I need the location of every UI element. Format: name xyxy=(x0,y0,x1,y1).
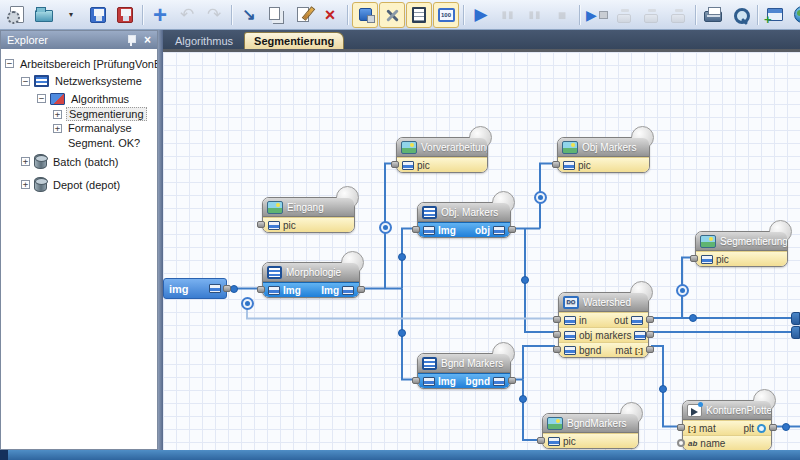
tree-item-label: Segmentierung xyxy=(66,107,147,121)
redo-icon: ↷ xyxy=(207,6,221,23)
expander-icon[interactable]: + xyxy=(21,180,30,189)
node-row[interactable]: Imgbgnd xyxy=(418,373,510,388)
node-row[interactable]: Imgobj xyxy=(418,222,510,237)
wire-to-watershed-obj[interactable] xyxy=(525,229,555,333)
add-button[interactable]: + xyxy=(147,2,173,28)
input-port[interactable] xyxy=(553,346,561,353)
input-port[interactable] xyxy=(553,316,561,323)
output-port[interactable] xyxy=(646,331,654,338)
input-port[interactable] xyxy=(257,286,265,293)
expander-icon[interactable]: + xyxy=(53,124,62,133)
tree-item-arbeitsbereich[interactable]: −Arbeitsbereich [PrüfungVonBieget xyxy=(1,55,157,72)
output-port[interactable] xyxy=(769,424,777,431)
tree-item-algorithmus[interactable]: −Algorithmus xyxy=(1,90,157,107)
output-port[interactable] xyxy=(357,286,365,293)
image-row-icon xyxy=(631,316,643,325)
image-row-icon xyxy=(268,221,280,230)
output-port[interactable] xyxy=(508,226,516,233)
input-port[interactable] xyxy=(690,255,698,262)
node-row[interactable]: inout xyxy=(559,312,648,327)
node-row[interactable]: [:]matplt xyxy=(683,420,771,435)
node-row[interactable]: objmarkers xyxy=(559,327,648,342)
toolbar-separator xyxy=(757,5,758,25)
node-row[interactable]: pic xyxy=(397,157,487,172)
open-input-port[interactable] xyxy=(677,439,685,447)
expander-icon[interactable]: − xyxy=(5,59,14,68)
row-input-label: bgnd xyxy=(579,345,601,356)
expander-icon[interactable]: − xyxy=(37,94,46,103)
input-port[interactable] xyxy=(537,437,545,444)
tab-algorithmus[interactable]: Algorithmus xyxy=(166,33,242,49)
tools-icon xyxy=(383,6,401,24)
wire-to-watershed-bgnd[interactable] xyxy=(523,346,555,380)
node-row[interactable]: ImgImg xyxy=(263,282,359,297)
input-port[interactable] xyxy=(677,424,685,431)
node-vorverarbeitung[interactable]: Vorverarbeitungpic xyxy=(396,137,488,173)
tree-item-depot[interactable]: +Depot (depot) xyxy=(1,173,157,196)
tree-item-segment-ok[interactable]: Segment. OK? xyxy=(1,135,157,150)
toggle-dll-button[interactable]: 100 xyxy=(433,2,459,28)
close-icon[interactable]: × xyxy=(142,33,153,47)
toggle-properties-button[interactable] xyxy=(406,2,432,28)
open-button[interactable] xyxy=(31,2,57,28)
node-bgndmarkers-bottom[interactable]: BgndMarkerspic xyxy=(542,413,639,449)
save-button[interactable] xyxy=(85,2,111,28)
tree-item-netzwerksysteme[interactable]: −Netzwerksysteme xyxy=(1,72,157,90)
node-watershed[interactable]: DOWatershedinoutobjmarkersbgndmat[:] xyxy=(558,292,649,358)
node-row[interactable]: pic xyxy=(543,433,638,448)
node-row[interactable]: pic xyxy=(558,157,649,172)
save-as-button[interactable] xyxy=(112,2,138,28)
print-button[interactable] xyxy=(700,2,726,28)
run-button[interactable]: ▶ xyxy=(468,2,494,28)
new-window-button[interactable] xyxy=(762,2,788,28)
new-button[interactable] xyxy=(4,2,30,28)
input-port[interactable] xyxy=(412,226,420,233)
tree-item-batch[interactable]: +Batch (batch) xyxy=(1,150,157,173)
input-port[interactable] xyxy=(412,377,420,384)
new-file-icon xyxy=(10,6,24,23)
node-bgnd-markers[interactable]: Bgnd MarkersImgbgnd xyxy=(417,353,511,389)
output-port[interactable] xyxy=(646,346,654,353)
pin-icon[interactable] xyxy=(126,34,136,46)
node-konturenplotten[interactable]: KonturenPlotten[:]matpltabname xyxy=(682,400,772,450)
row-input-label: Img xyxy=(438,376,456,387)
row-input-label: pic xyxy=(578,160,591,171)
node-row[interactable]: bgndmat[:] xyxy=(559,342,648,357)
expander-icon[interactable]: + xyxy=(53,110,62,119)
img-input-tag[interactable]: img xyxy=(163,278,227,299)
expander-icon[interactable]: − xyxy=(21,77,30,86)
expander-icon[interactable]: + xyxy=(21,157,30,166)
input-port[interactable] xyxy=(391,161,399,168)
image-row-icon xyxy=(423,226,435,235)
run-to-button[interactable]: ▶ xyxy=(584,2,610,28)
output-port[interactable] xyxy=(508,377,516,384)
input-port[interactable] xyxy=(552,161,560,168)
input-port[interactable] xyxy=(257,221,265,228)
toggle-structure-button[interactable] xyxy=(352,2,378,28)
output-port[interactable] xyxy=(646,316,654,323)
input-port[interactable] xyxy=(553,331,561,338)
node-obj-markers[interactable]: Obj. MarkersImgobj xyxy=(417,202,511,238)
insert-button[interactable]: ↘ xyxy=(236,2,262,28)
duplicate-button[interactable] xyxy=(263,2,289,28)
node-obj-markers-top[interactable]: Obj Markerspic xyxy=(557,137,650,173)
print-preview-button[interactable] xyxy=(727,2,753,28)
output-port[interactable] xyxy=(223,285,231,292)
delete-button[interactable]: × xyxy=(317,2,343,28)
open-dropdown-button[interactable]: ▾ xyxy=(58,2,84,28)
edit-button[interactable] xyxy=(290,2,316,28)
tree-item-segmentierung[interactable]: +Segmentierung xyxy=(1,107,157,121)
node-row[interactable]: abname xyxy=(683,435,771,450)
tree-item-formanalyse[interactable]: +Formanalyse xyxy=(1,121,157,135)
play-icon: ▶ xyxy=(474,6,487,23)
node-row[interactable]: pic xyxy=(696,251,787,266)
toggle-tools-button[interactable] xyxy=(379,2,405,28)
wire-to-bgndmarkers-bottom[interactable] xyxy=(523,380,540,441)
node-row[interactable]: pic xyxy=(263,217,354,232)
node-morphologie[interactable]: MorphologieImgImg xyxy=(262,262,360,298)
diagram-canvas[interactable]: imgVorverarbeitungpicObj MarkerspicEinga… xyxy=(163,52,800,450)
node-segmentierung[interactable]: Segmentierungpic xyxy=(695,231,788,267)
tab-segmentierung[interactable]: Segmentierung xyxy=(244,32,344,49)
web-button[interactable] xyxy=(789,2,800,28)
node-eingang[interactable]: Eingangpic xyxy=(262,197,355,233)
